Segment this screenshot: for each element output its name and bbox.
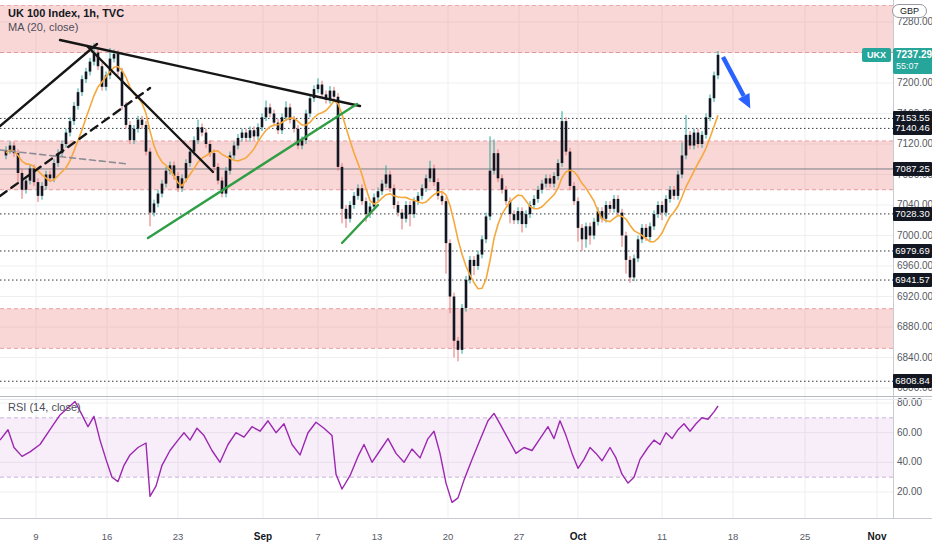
price-chart-canvas[interactable] (0, 0, 932, 550)
time-axis-label[interactable]: 11 (657, 531, 667, 542)
candle-body (317, 85, 320, 90)
candle-body (333, 91, 336, 97)
candle-body (113, 54, 116, 59)
candle-body (477, 255, 480, 266)
candle-body (365, 201, 368, 214)
price-level-tag[interactable]: 7140.46 (893, 121, 932, 135)
candle-body (701, 135, 704, 144)
supply-demand-zone[interactable] (0, 141, 893, 190)
candle-body (205, 133, 208, 144)
time-axis-label[interactable]: Oct (570, 531, 587, 542)
candle-body (121, 72, 124, 106)
candle-body (561, 121, 564, 163)
ma-indicator-label[interactable]: MA (20, close) (8, 20, 124, 34)
candle-body (65, 133, 68, 144)
rsi-band (0, 418, 893, 477)
candle-body (585, 226, 588, 239)
candle-body (681, 155, 684, 174)
time-axis-label[interactable]: 7 (315, 531, 320, 542)
candle-body (457, 341, 460, 350)
time-axis-label[interactable]: 20 (443, 531, 454, 542)
candle-body (613, 199, 616, 209)
rsi-indicator-label[interactable]: RSI (14, close) (8, 401, 81, 413)
candle-body (505, 190, 508, 201)
time-axis-label[interactable]: 16 (102, 531, 113, 542)
candle-body (641, 228, 644, 239)
candle-body (185, 163, 188, 178)
candle-body (429, 168, 432, 178)
candle-body (501, 178, 504, 189)
candle-body (465, 280, 468, 308)
candle-body (397, 205, 400, 213)
symbol-badge[interactable]: UKX (862, 48, 891, 62)
price-axis-label: 6840.00 (897, 352, 932, 363)
price-level-tag[interactable]: 7028.30 (893, 207, 932, 221)
candle-body (549, 178, 552, 183)
time-axis-label[interactable]: 13 (372, 531, 383, 542)
candle-body (377, 191, 380, 197)
candle-body (321, 85, 324, 95)
candle-body (189, 152, 192, 163)
price-axis-label: 7120.00 (897, 138, 932, 149)
currency-pill[interactable]: GBP (892, 4, 927, 18)
candle-body (345, 209, 348, 219)
time-axis-label[interactable]: 23 (173, 531, 184, 542)
candle-body (445, 201, 448, 243)
last-price-tag: 7237.29 55:07 (893, 48, 932, 74)
candle-body (357, 188, 360, 196)
candle-body (425, 178, 428, 188)
candle-body (157, 194, 160, 204)
pane-separator[interactable] (0, 396, 932, 397)
candle-body (649, 226, 652, 237)
candle-body (533, 199, 536, 205)
candle-body (273, 114, 276, 123)
candle-body (493, 153, 496, 171)
time-axis-label[interactable]: 9 (33, 531, 38, 542)
candle-body (581, 228, 584, 239)
candle-body (453, 297, 456, 341)
candle-body (253, 130, 256, 136)
candle-body (489, 171, 492, 217)
candle-body (437, 182, 440, 196)
candle-body (525, 214, 528, 224)
supply-demand-zone[interactable] (0, 309, 893, 349)
candle-body (197, 127, 200, 140)
last-price-value: 7237.29 (896, 49, 932, 61)
price-level-tag[interactable]: 6941.57 (893, 273, 932, 287)
candle-body (653, 214, 656, 226)
candle-body (257, 127, 260, 136)
candle-body (261, 117, 264, 127)
rsi-axis-label: 20.00 (897, 486, 922, 497)
candle-body (153, 203, 156, 212)
candle-body (617, 199, 620, 213)
candle-body (41, 186, 44, 196)
time-axis-label[interactable]: Nov (868, 531, 887, 542)
price-level-tag[interactable]: 6979.69 (893, 244, 932, 258)
time-axis-label[interactable]: 18 (728, 531, 739, 542)
chart-root: UK 100 Index, 1h, TVC MA (20, close) RSI… (0, 0, 932, 550)
price-level-tag[interactable]: 6808.84 (893, 374, 932, 388)
candle-body (385, 175, 388, 184)
time-axis-label[interactable]: 27 (514, 531, 525, 542)
symbol-title[interactable]: UK 100 Index, 1h, TVC (8, 6, 124, 20)
candle-body (269, 107, 272, 113)
supply-demand-zone[interactable] (0, 5, 893, 52)
time-axis-label[interactable]: Sep (254, 531, 272, 542)
time-axis-label[interactable]: 25 (800, 531, 811, 542)
candle-body (341, 167, 344, 209)
candle-body (645, 228, 648, 237)
candle-body (349, 205, 352, 219)
price-level-tag[interactable]: 7087.25 (893, 162, 932, 176)
candle-body (673, 190, 676, 196)
candle-body (517, 211, 520, 220)
candle-body (441, 196, 444, 201)
candle-body (521, 211, 524, 224)
candle-body (265, 107, 268, 117)
candle-body (405, 205, 408, 219)
candle-body (293, 120, 296, 129)
green-trendline[interactable] (342, 205, 378, 243)
rsi-axis-label: 60.00 (897, 427, 922, 438)
candle-body (589, 226, 592, 235)
price-axis-label: 7200.00 (897, 77, 932, 88)
candle-body (541, 184, 544, 190)
